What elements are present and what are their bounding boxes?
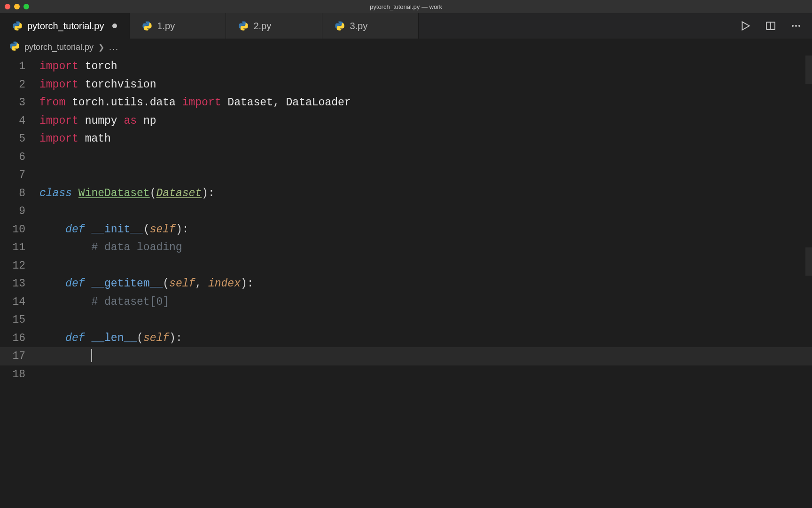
token: import	[39, 60, 78, 72]
token	[78, 79, 85, 91]
line-number: 10	[0, 221, 39, 239]
text-cursor	[91, 349, 92, 362]
python-file-icon	[238, 21, 249, 31]
code-line[interactable]: 4import numpy as np	[0, 112, 812, 130]
token: torch.utils.data	[72, 96, 176, 109]
code-line[interactable]: 5import math	[0, 130, 812, 148]
code-content[interactable]: import numpy as np	[39, 112, 812, 130]
code-line[interactable]: 2import torchvision	[0, 76, 812, 94]
token: WineDataset	[78, 187, 150, 199]
chevron-right-icon: ❯	[98, 43, 104, 52]
token: (	[163, 278, 169, 290]
token	[78, 115, 85, 127]
line-number: 14	[0, 293, 39, 311]
code-line[interactable]: 16 def __len__(self):	[0, 329, 812, 348]
scrollbar-thumb-top[interactable]	[805, 56, 812, 84]
code-line[interactable]: 3from torch.utils.data import Dataset, D…	[0, 94, 812, 112]
breadcrumb-file[interactable]: pytorch_tutorial.py	[24, 42, 94, 52]
code-line[interactable]: 17	[0, 347, 812, 365]
tab-3-py[interactable]: 3.py	[322, 13, 419, 39]
code-content[interactable]: import torchvision	[39, 76, 812, 94]
code-content[interactable]: # data loading	[39, 238, 812, 257]
more-actions-button[interactable]	[789, 19, 803, 32]
token: import	[182, 96, 221, 109]
tab-pytorch_tutorial-py[interactable]: pytorch_tutorial.py	[0, 13, 130, 39]
breadcrumb-more[interactable]: ...	[109, 42, 119, 52]
code-content[interactable]	[39, 347, 812, 365]
python-file-icon	[335, 21, 345, 31]
modified-indicator-icon	[112, 24, 117, 28]
code-line[interactable]: 6	[0, 148, 812, 167]
token: Dataset, DataLoader	[227, 96, 351, 109]
line-number: 9	[0, 202, 39, 221]
code-line[interactable]: 8class WineDataset(Dataset):	[0, 184, 812, 203]
token: self	[150, 223, 176, 236]
token: class	[39, 187, 72, 199]
code-content[interactable]: def __init__(self):	[39, 221, 812, 239]
code-line[interactable]: 12	[0, 257, 812, 275]
token	[85, 278, 92, 290]
token: def	[65, 332, 85, 344]
code-content[interactable]: def __getitem__(self, index):	[39, 275, 812, 293]
python-icon	[142, 21, 152, 31]
scrollbar-thumb-mid[interactable]	[805, 247, 812, 276]
code-line[interactable]: 14 # dataset[0]	[0, 293, 812, 311]
line-number: 1	[0, 57, 39, 76]
code-content[interactable]: class WineDataset(Dataset):	[39, 184, 812, 203]
token: __len__	[91, 332, 137, 344]
svg-point-3	[792, 25, 794, 27]
line-number: 5	[0, 130, 39, 148]
token	[117, 115, 124, 127]
code-line[interactable]: 11 # data loading	[0, 238, 812, 257]
svg-marker-0	[742, 22, 750, 30]
token: ):	[176, 223, 189, 236]
token: self	[143, 332, 169, 344]
python-icon	[9, 41, 20, 51]
code-line[interactable]: 1import torch	[0, 57, 812, 76]
tab-1-py[interactable]: 1.py	[130, 13, 226, 39]
title-bar: pytorch_tutorial.py — work	[0, 0, 812, 13]
token	[39, 350, 91, 362]
code-content[interactable]: # dataset[0]	[39, 293, 812, 311]
code-content[interactable]: from torch.utils.data import Dataset, Da…	[39, 94, 812, 112]
line-number: 16	[0, 329, 39, 348]
run-button[interactable]	[739, 19, 752, 32]
tab-2-py[interactable]: 2.py	[226, 13, 322, 39]
tab-label: 1.py	[157, 21, 175, 32]
code-line[interactable]: 10 def __init__(self):	[0, 221, 812, 239]
token: import	[39, 133, 78, 145]
breadcrumb[interactable]: pytorch_tutorial.py ❯ ...	[0, 39, 812, 56]
minimize-window-button[interactable]	[14, 4, 20, 9]
token: import	[39, 79, 78, 91]
code-editor[interactable]: 1import torch2import torchvision3from to…	[0, 56, 812, 508]
token	[39, 223, 65, 236]
token	[39, 296, 91, 308]
token	[176, 96, 182, 109]
zoom-window-button[interactable]	[23, 4, 29, 9]
code-line[interactable]: 15	[0, 311, 812, 329]
close-window-button[interactable]	[5, 4, 10, 9]
token: self	[169, 278, 195, 290]
token: ):	[241, 278, 254, 290]
code-content[interactable]: import torch	[39, 57, 812, 76]
line-number: 7	[0, 166, 39, 184]
token: torchvision	[85, 79, 156, 91]
line-number: 11	[0, 238, 39, 257]
split-editor-button[interactable]	[764, 19, 777, 32]
code-line[interactable]: 7	[0, 166, 812, 184]
python-icon	[335, 21, 345, 31]
code-line[interactable]: 18	[0, 365, 812, 384]
token: ):	[169, 332, 182, 344]
code-content[interactable]: def __len__(self):	[39, 329, 812, 348]
editor-scrollbar[interactable]	[805, 56, 812, 508]
line-number: 17	[0, 347, 39, 365]
token	[39, 278, 65, 290]
token	[78, 60, 85, 72]
line-number: 15	[0, 311, 39, 329]
code-line[interactable]: 9	[0, 202, 812, 221]
token	[85, 332, 92, 344]
token	[72, 187, 78, 199]
code-content[interactable]: import math	[39, 130, 812, 148]
code-line[interactable]: 13 def __getitem__(self, index):	[0, 275, 812, 293]
token: ):	[202, 187, 215, 199]
